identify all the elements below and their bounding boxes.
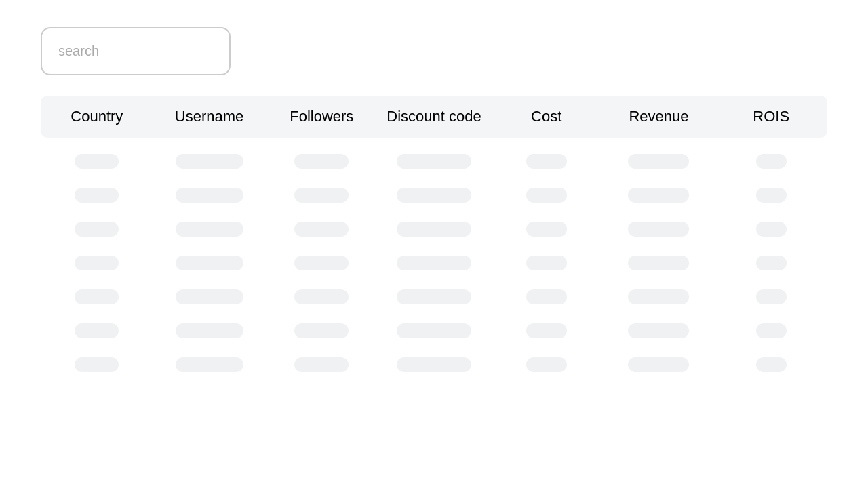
skeleton-followers xyxy=(265,154,378,169)
skeleton-discount xyxy=(378,154,490,169)
skeleton-revenue xyxy=(603,188,715,203)
skeleton-username xyxy=(153,222,266,237)
skeleton-discount xyxy=(378,188,490,203)
skeleton-rois xyxy=(715,256,827,270)
skeleton-rois xyxy=(715,357,827,372)
data-table: Country Username Followers Discount code… xyxy=(41,96,827,382)
skeleton-country xyxy=(41,256,153,270)
table-row xyxy=(41,246,827,280)
skeleton-revenue xyxy=(603,357,715,372)
skeleton-username xyxy=(153,289,266,304)
skeleton-cost xyxy=(490,154,603,169)
skeleton-discount xyxy=(378,357,490,372)
skeleton-rois xyxy=(715,188,827,203)
table-row xyxy=(41,144,827,178)
skeleton-followers xyxy=(265,289,378,304)
skeleton-cost xyxy=(490,289,603,304)
skeleton-country xyxy=(41,323,153,338)
skeleton-discount xyxy=(378,323,490,338)
skeleton-rois xyxy=(715,154,827,169)
skeleton-country xyxy=(41,154,153,169)
skeleton-followers xyxy=(265,357,378,372)
skeleton-username xyxy=(153,154,266,169)
table-row xyxy=(41,212,827,246)
table-row xyxy=(41,280,827,314)
skeleton-cost xyxy=(490,188,603,203)
skeleton-discount xyxy=(378,222,490,237)
skeleton-rois xyxy=(715,289,827,304)
skeleton-rois xyxy=(715,222,827,237)
skeleton-revenue xyxy=(603,289,715,304)
header-username: Username xyxy=(153,108,266,125)
skeleton-revenue xyxy=(603,154,715,169)
skeleton-cost xyxy=(490,357,603,372)
table-row xyxy=(41,348,827,382)
skeleton-revenue xyxy=(603,323,715,338)
skeleton-username xyxy=(153,323,266,338)
skeleton-rois xyxy=(715,323,827,338)
skeleton-discount xyxy=(378,256,490,270)
table-row xyxy=(41,314,827,348)
table-row xyxy=(41,178,827,212)
table-header: Country Username Followers Discount code… xyxy=(41,96,827,138)
header-discount-code: Discount code xyxy=(378,108,490,125)
header-country: Country xyxy=(41,108,153,125)
header-followers: Followers xyxy=(265,108,378,125)
skeleton-country xyxy=(41,222,153,237)
skeleton-username xyxy=(153,256,266,270)
skeleton-cost xyxy=(490,323,603,338)
skeleton-country xyxy=(41,188,153,203)
skeleton-cost xyxy=(490,256,603,270)
skeleton-followers xyxy=(265,188,378,203)
header-rois: ROIS xyxy=(715,108,827,125)
skeleton-followers xyxy=(265,222,378,237)
skeleton-username xyxy=(153,357,266,372)
header-revenue: Revenue xyxy=(603,108,715,125)
skeleton-revenue xyxy=(603,256,715,270)
search-input[interactable] xyxy=(41,27,231,75)
table-body xyxy=(41,144,827,382)
search-section xyxy=(41,27,827,75)
skeleton-followers xyxy=(265,256,378,270)
skeleton-country xyxy=(41,357,153,372)
skeleton-cost xyxy=(490,222,603,237)
skeleton-country xyxy=(41,289,153,304)
skeleton-revenue xyxy=(603,222,715,237)
header-cost: Cost xyxy=(490,108,603,125)
skeleton-username xyxy=(153,188,266,203)
skeleton-followers xyxy=(265,323,378,338)
skeleton-discount xyxy=(378,289,490,304)
